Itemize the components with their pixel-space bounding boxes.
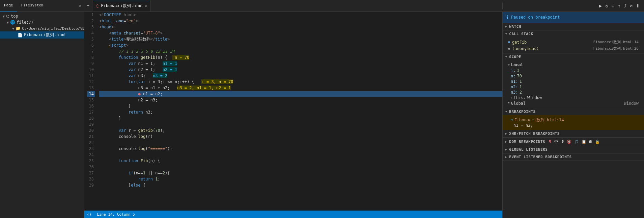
code-line-1: <!DOCTYPE html> <box>99 12 502 18</box>
event-listeners-section: ▶ Event Listener Breakpoints <box>503 153 644 161</box>
debug-toolbar: ▶ ↻ ↓ ↑ ⤴ ⊘ ⏸ <box>502 2 644 9</box>
chevron-down-icon: ▼ <box>12 27 14 30</box>
call-stack-content: getFib Fibonacci数列.html:14 (anonymous) F… <box>503 38 644 53</box>
code-line-7: // 1 1 2 3 5 8 13 21 34 <box>99 48 502 54</box>
tab-filesystem[interactable]: Filesystem <box>17 0 48 11</box>
code-line-26 <box>99 164 502 170</box>
scope-var-this[interactable]: ▶ this: Window <box>505 95 641 100</box>
breakpoints-header[interactable]: ▼ Breakpoints <box>503 108 644 115</box>
step-into-btn[interactable]: ↓ <box>611 2 615 9</box>
xhr-header[interactable]: ▶ XHR/fetch Breakpoints <box>503 130 644 137</box>
sidebar-more-btn[interactable]: » <box>76 3 84 8</box>
chevron-down-icon: ▼ <box>3 15 5 18</box>
code-line-24 <box>99 152 502 158</box>
code-line-18: } <box>99 115 502 121</box>
code-line-16: } <box>99 103 502 109</box>
code-line-15: n2 = n3; <box>99 97 502 103</box>
checkbox-icon[interactable]: ☑ <box>511 118 513 122</box>
triangle-icon: ▶ <box>505 132 507 135</box>
scope-var-n1: n1: 1 <box>505 79 641 84</box>
folder-icon: 📁 <box>16 26 21 31</box>
deactivate-btn[interactable]: ⊘ <box>629 2 633 9</box>
step-over-btn[interactable]: ↻ <box>605 2 609 9</box>
code-line-2: <html lang="en"> <box>99 18 502 24</box>
tree-item-desktop[interactable]: ▼ 📁 C:/Users/niujifei/Desktop/%E4% <box>0 25 84 31</box>
line-numbers: 1 2 3 4 5 6 7 8 9 10 11 12 13 14 15 16 1 <box>84 12 98 188</box>
file-icon: 📄 <box>18 33 23 38</box>
code-line-22 <box>99 140 502 146</box>
triangle-icon: ▶ <box>511 96 512 99</box>
scope-var-n: n: 70 <box>505 73 641 79</box>
watch-header[interactable]: ▶ Watch <box>503 23 644 30</box>
resume-btn[interactable]: ▶ <box>598 2 603 9</box>
code-line-11: var n3; n3 = 2 <box>99 73 502 79</box>
code-line-3: <head> <box>99 24 502 30</box>
pause-message: Paused on breakpoint <box>511 15 560 20</box>
code-line-5: <title>斐波那契数列</title> <box>99 36 502 42</box>
global-row[interactable]: ▶ Global Window <box>505 100 641 106</box>
call-stack-item-1[interactable]: (anonymous) Fibonacci数列.html:20 <box>505 45 641 52</box>
sidebar: ▼ ⬡ top ▼ 🌐 file:// ▼ 📁 C:/Users/niujife… <box>0 12 84 218</box>
restart-btn[interactable]: ⤴ <box>623 2 627 9</box>
tab-close-btn[interactable]: ✕ <box>145 4 147 8</box>
status-bar: {} Line 14, Column 5 <box>84 211 502 218</box>
stack-dot <box>508 48 510 50</box>
tab-page[interactable]: Page <box>0 0 17 11</box>
code-line-6: <script> <box>99 42 502 48</box>
editor-content[interactable]: 1 2 3 4 5 6 7 8 9 10 11 12 13 14 15 16 1 <box>84 12 502 211</box>
code-line-29: }else { <box>99 182 502 188</box>
pause-banner: ℹ Paused on breakpoint <box>503 12 644 23</box>
breakpoints-content: ☑ Fibonacci数列.html:14 n1 = n2; <box>503 115 644 130</box>
code-content: <!DOCTYPE html> <html lang="en"> <head> … <box>98 12 502 188</box>
status-position: Line 14, Column 5 <box>97 212 135 217</box>
tree-item-top[interactable]: ▼ ⬡ top <box>0 13 84 19</box>
breakpoint-item-0[interactable]: ☑ Fibonacci数列.html:14 n1 = n2; <box>505 117 641 128</box>
triangle-icon: ▶ <box>505 140 507 143</box>
code-line-23: console.log("======"); <box>99 146 502 152</box>
chevron-down-icon: ▼ <box>7 21 9 24</box>
main-layout: ▼ ⬡ top ▼ 🌐 file:// ▼ 📁 C:/Users/niujife… <box>0 12 644 218</box>
active-file-tab[interactable]: ⬡ Fibonacci数列.html ✕ <box>92 0 150 11</box>
code-line-20: var r = getFib(70); <box>99 127 502 134</box>
code-line-4: <meta charset="UTF-8"> <box>99 30 502 36</box>
editor-tabs: ⬅ ⬡ Fibonacci数列.html ✕ <box>84 0 502 11</box>
file-tree: ▼ ⬡ top ▼ 🌐 file:// ▼ 📁 C:/Users/niujife… <box>0 12 84 218</box>
back-btn[interactable]: ⬅ <box>84 0 92 11</box>
scope-section: ▼ Scope ▼ Local i: 3 n: 70 n1: 1 <box>503 53 644 108</box>
triangle-icon: ▼ <box>508 64 510 67</box>
tree-item-file[interactable]: ▼ 🌐 file:// <box>0 19 84 25</box>
debug-panel: ℹ Paused on breakpoint ▶ Watch ▼ Call St… <box>502 12 644 218</box>
step-out-btn[interactable]: ↑ <box>617 2 621 9</box>
code-line-27: if(n==1 || n==2){ <box>99 170 502 176</box>
code-line-9: var n1 = 1; n1 = 1 <box>99 60 502 67</box>
triangle-icon: ▶ <box>505 155 507 159</box>
triangle-icon: ▼ <box>505 55 507 58</box>
scope-var-n2: n2: 1 <box>505 84 641 90</box>
scope-header[interactable]: ▼ Scope <box>503 53 644 60</box>
code-line-21: console.log(r) <box>99 134 502 140</box>
local-section[interactable]: ▼ Local <box>505 62 641 68</box>
dom-section: ▶ DOM Breakpoints S 中 🎙 🔇 🎵 📋 🗑 🔒 <box>503 138 644 146</box>
pause-btn[interactable]: ⏸ <box>635 2 641 9</box>
editor-area: 1 2 3 4 5 6 7 8 9 10 11 12 13 14 15 16 1 <box>84 12 502 218</box>
tree-item-fibonacci[interactable]: 📄 Fibonacci数列.html <box>0 31 84 39</box>
code-line-25: function Fib(n) { <box>99 158 502 164</box>
stack-dot <box>508 41 510 43</box>
watch-section: ▶ Watch <box>503 23 644 30</box>
code-line-28: return 1; <box>99 176 502 182</box>
global-listeners-header[interactable]: ▶ Global Listeners <box>503 146 644 153</box>
code-line-19 <box>99 121 502 127</box>
code-line-17: return n3; <box>99 109 502 115</box>
event-listeners-header[interactable]: ▶ Event Listener Breakpoints <box>503 153 644 161</box>
scope-content: ▼ Local i: 3 n: 70 n1: 1 n2: 1 <box>503 60 644 108</box>
code-line-10: var n2 = 1; n2 = 1 <box>99 67 502 73</box>
sougou-icon: S <box>549 139 552 144</box>
call-stack-section: ▼ Call Stack getFib Fibonacci数列.html:14 … <box>503 30 644 53</box>
code-line-14: ● n1 = n2; <box>99 91 502 97</box>
code-line-13: n3 = n1 + n2; n3 = 2, n1 = 1, n2 = 1 <box>99 85 502 91</box>
call-stack-header[interactable]: ▼ Call Stack <box>503 30 644 38</box>
triangle-icon: ▼ <box>505 32 507 35</box>
code-line-12: for(var i = 3;i <= n;i++) { i = 3, n = 7… <box>99 79 502 85</box>
call-stack-item-0[interactable]: getFib Fibonacci数列.html:14 <box>505 39 641 45</box>
dom-header[interactable]: ▶ DOM Breakpoints S 中 🎙 🔇 🎵 📋 🗑 🔒 <box>503 138 644 146</box>
